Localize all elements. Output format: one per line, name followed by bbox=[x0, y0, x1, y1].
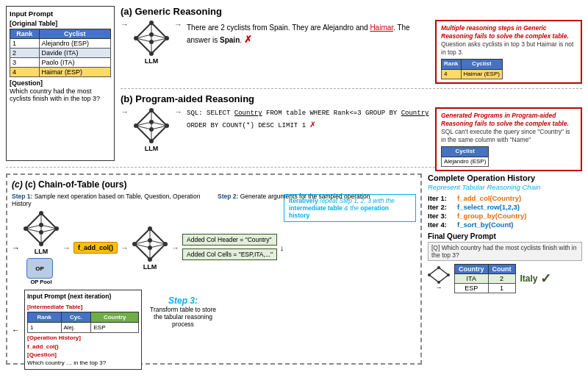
mid-divider bbox=[121, 88, 582, 89]
svg-marker-56 bbox=[429, 268, 448, 282]
program-output-arrow: → bbox=[174, 107, 182, 116]
op-history-subtitle: Represent Tabular Reasoning Chain bbox=[428, 183, 582, 191]
chain-llm2: LLM bbox=[132, 226, 168, 271]
program-error-body: SQL can't execute the query since "Count… bbox=[441, 128, 576, 144]
op-iter-3: Iter 3: f_group_by(Country) bbox=[428, 212, 582, 220]
col-rank: Rank bbox=[10, 29, 40, 39]
result-arrow-container: → bbox=[428, 266, 450, 291]
table-row: 3 Paolo (ITA) bbox=[10, 58, 111, 68]
italy-text: Italy bbox=[520, 273, 538, 284]
input-prompt-next-label: Input Prompt (next iteration) bbox=[27, 293, 139, 301]
result-row-ita: ITA 2 bbox=[455, 274, 516, 284]
table-row: 2 Davide (ITA) bbox=[10, 49, 111, 58]
result-table: Country Count ITA 2 ESP 1 bbox=[454, 264, 516, 293]
chain-arrow3: → bbox=[171, 243, 179, 252]
result-row-esp: ESP 1 bbox=[455, 284, 516, 293]
generic-reasoning-area: (a) Generic Reasoning → bbox=[121, 6, 582, 84]
op-pool-container: OP OP Pool bbox=[26, 258, 56, 285]
loop-arrow: → bbox=[12, 243, 20, 252]
program-error-row: Alejandro (ESP) bbox=[442, 157, 489, 166]
chain-arrow1: → bbox=[62, 243, 71, 252]
top-section: Input Prompt [Original Table] Rank Cycli… bbox=[6, 6, 582, 168]
question-iter-label: [Question] bbox=[27, 351, 139, 359]
generic-input-arrow: → bbox=[121, 20, 129, 29]
question-iter-text: Which country … in the top 3? bbox=[27, 359, 139, 367]
generic-reasoning-text: There are 2 cyclists from Spain. They ar… bbox=[187, 20, 431, 46]
op-iter-2: Iter 2: f_select_row(1,2,3) bbox=[428, 203, 582, 211]
input-prompt-title: Input Prompt bbox=[10, 10, 111, 18]
op-history-title: Complete Operation History bbox=[428, 173, 582, 182]
table-row-highlighted: 4 Haimar (ESP) bbox=[10, 68, 111, 77]
svg-point-58 bbox=[447, 273, 450, 276]
next-iter-box: Input Prompt (next iteration) [Intermedi… bbox=[24, 290, 142, 370]
generic-error-table: Rank Cyclist 4 Haimar (ESP) bbox=[441, 59, 503, 79]
back-arrow: ← bbox=[12, 326, 20, 334]
step1-header: Step 1: Sample next operation based on T… bbox=[12, 193, 210, 207]
question-body: Which country had the most cyclists fini… bbox=[10, 87, 111, 102]
chain-left: → bbox=[12, 243, 20, 252]
step3-arrow-col: ↓ bbox=[280, 243, 284, 252]
check-mark: ✓ bbox=[540, 271, 551, 287]
input-prompt-box: Input Prompt [Original Table] Rank Cycli… bbox=[6, 6, 115, 161]
generic-llm-label: LLM bbox=[145, 57, 159, 65]
generic-llm-container: LLM bbox=[133, 20, 170, 65]
step3-body: Transform table to store the tabular rea… bbox=[146, 306, 220, 328]
program-llm-container: LLM bbox=[133, 107, 170, 152]
step3-row: ← Input Prompt (next iteration) [Interme… bbox=[12, 290, 416, 370]
chain-arrow2: → bbox=[121, 243, 129, 252]
sql-country: Country bbox=[234, 110, 262, 117]
op-hist-label: [Operation History] bbox=[27, 334, 139, 342]
cross-mark-program: ✗ bbox=[309, 119, 315, 130]
op-pool-label: OP Pool bbox=[26, 279, 56, 285]
chain-llm2-label: LLM bbox=[143, 263, 157, 271]
generic-output-arrow: → bbox=[174, 20, 182, 29]
question-label: [Question] bbox=[10, 79, 111, 87]
added-col-cells-box: Added Col Cells = "ESP,ITA,..." bbox=[182, 248, 277, 260]
final-query-text: [Q] Which country had the most cyclists … bbox=[428, 242, 582, 261]
orig-table-label: [Original Table] bbox=[10, 20, 111, 27]
iter-table-row: 1 Alej. ESP bbox=[28, 323, 139, 333]
table-row: 1 Alejandro (ESP) bbox=[10, 39, 111, 49]
sql-country2: Country bbox=[401, 110, 429, 117]
step3-desc: Step 3: Transform table to store the tab… bbox=[146, 290, 220, 328]
generic-error-body: Question asks cyclists in top 3 but Haim… bbox=[441, 40, 576, 57]
program-llm-label: LLM bbox=[145, 145, 159, 152]
chain-of-table-section: (c) (c) Chain-of-Table (ours) Iterativel… bbox=[6, 173, 422, 365]
program-error-box: Generated Programs in Program-aided Reas… bbox=[435, 107, 582, 171]
input-data-table: Rank Cyclist 1 Alejandro (ESP) 2 Davide … bbox=[10, 29, 111, 77]
program-input-arrow: → bbox=[121, 107, 129, 116]
iterative-repeat-box: Iteratively repeat Step 1, 2, 3 with the… bbox=[284, 194, 416, 222]
step3-title: Step 3: bbox=[146, 296, 220, 306]
generic-llm-diamond bbox=[133, 20, 170, 57]
final-query-title: Final Query Prompt bbox=[428, 232, 582, 240]
result-llm-diamond bbox=[428, 266, 450, 284]
generic-error-title: Multiple reasoning steps in Generic Reas… bbox=[441, 24, 576, 40]
op-iter-4: Iter 4: f_sort_by(Count) bbox=[428, 221, 582, 229]
op-history-section: Complete Operation History Represent Tab… bbox=[428, 173, 582, 365]
op-hist-value: f_add_col() bbox=[27, 343, 139, 351]
inter-table-label: [Intermediate Table] bbox=[27, 303, 139, 311]
program-error-table: Cyclist Alejandro (ESP) bbox=[441, 146, 489, 167]
answer-spain: Spain bbox=[220, 36, 240, 44]
program-error-title: Generated Programs in Program-aided Reas… bbox=[441, 112, 576, 128]
chain-llm2-diamond bbox=[132, 226, 168, 262]
program-title: (b) Program-aided Reasoning bbox=[121, 93, 582, 104]
cross-mark-generic: ✗ bbox=[244, 34, 252, 45]
chain-llm1: LLM OP OP Pool bbox=[23, 210, 60, 285]
haimar-ref: Haimar bbox=[370, 24, 393, 32]
generic-error-box: Multiple reasoning steps in Generic Reas… bbox=[435, 20, 582, 84]
chain-llm1-diamond bbox=[23, 210, 60, 247]
program-reasoning-row: → bbox=[121, 107, 582, 171]
program-llm-diamond bbox=[133, 107, 170, 144]
chain-title: (c) (c) Chain-of-Table (ours) bbox=[12, 179, 416, 190]
added-col-container: Added Col Header = "Country" Added Col C… bbox=[182, 234, 277, 262]
program-reasoning-area: (b) Program-aided Reasoning → bbox=[121, 93, 582, 171]
chain-llm1-label: LLM bbox=[35, 248, 49, 255]
italy-answer-container: Italy ✓ bbox=[520, 271, 551, 287]
sql-text: SQL: SELECT Country FROM table WHERE Ran… bbox=[187, 107, 431, 132]
main-container: Input Prompt [Original Table] Rank Cycli… bbox=[0, 0, 588, 383]
fadd-col-box-container: f_add_col() bbox=[74, 242, 118, 254]
svg-point-57 bbox=[437, 266, 440, 269]
result-table-row: → Country Count ITA 2 bbox=[428, 264, 582, 293]
col-cyclist: Cyclist bbox=[39, 29, 110, 39]
